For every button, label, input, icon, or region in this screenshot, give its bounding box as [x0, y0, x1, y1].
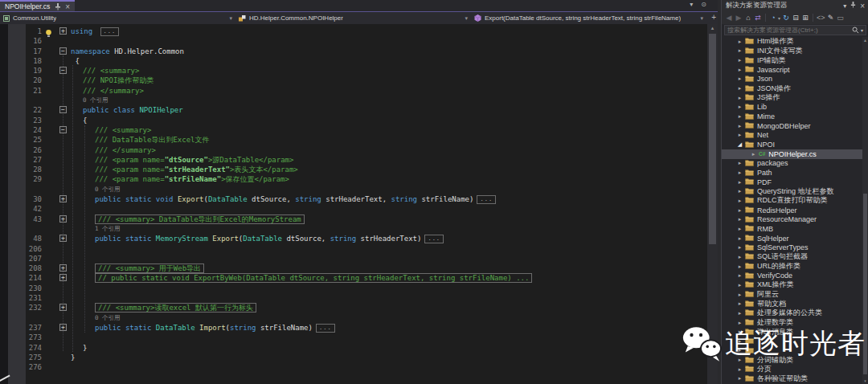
tree-item-Javascript[interactable]: ▸Javascript — [722, 65, 863, 75]
tab-list-dropdown-icon[interactable]: ▾ — [690, 1, 693, 8]
expand-arrow-icon[interactable]: ▸ — [736, 104, 743, 110]
expand-arrow-icon[interactable]: ▸ — [736, 272, 743, 279]
expand-arrow-icon[interactable]: ▸ — [736, 216, 743, 223]
sync-with-active-document-icon[interactable]: ⇄ — [754, 12, 762, 23]
tab-npoihelper[interactable]: NPOIHelper.cs × — [0, 0, 75, 11]
collapsed-body-box[interactable]: ... — [477, 195, 496, 204]
tree-item-处理多媒体的公共类[interactable]: ▸处理多媒体的公共类 — [722, 308, 863, 318]
close-panel-icon[interactable]: × — [860, 2, 865, 10]
tree-item-obscured-32[interactable]: ▸ — [722, 337, 863, 346]
collapse-arrow-icon[interactable]: ◢ — [736, 141, 743, 148]
pin-panel-icon[interactable] — [850, 2, 856, 10]
expand-arrow-icon[interactable]: ▸ — [736, 244, 743, 251]
tree-item-VerifyCode[interactable]: ▸VerifyCode — [722, 271, 863, 280]
tree-item-分词辅助类[interactable]: ▸分词辅助类 — [722, 355, 863, 365]
collapsed-region-box[interactable]: // public static void ExportByWeb(DataTa… — [95, 273, 532, 283]
expand-arrow-icon[interactable]: ▸ — [750, 151, 757, 157]
tree-item-packages[interactable]: ▸packages — [722, 159, 863, 169]
codelens-references[interactable]: 0 个引用 — [95, 185, 121, 194]
editor-vertical-scrollbar[interactable]: ▲ — [707, 24, 718, 384]
tree-item-各种验证帮助类[interactable]: ▸各种验证帮助类 — [722, 374, 863, 384]
home-icon[interactable]: ⌂ — [744, 12, 752, 23]
tree-vertical-scrollbar[interactable]: ▲ ▾ — [862, 37, 868, 384]
tree-item-PDF[interactable]: ▸PDF — [722, 178, 863, 187]
expand-fold-icon[interactable]: + — [59, 215, 67, 223]
expand-arrow-icon[interactable]: ▸ — [736, 254, 743, 260]
tree-item-SqlServerTypes[interactable]: ▸SqlServerTypes — [722, 243, 863, 252]
preview-selected-items-icon[interactable]: ▭ — [837, 12, 845, 23]
expand-arrow-icon[interactable]: ▸ — [736, 329, 743, 335]
collapsed-body-box[interactable]: ... — [100, 27, 120, 36]
collapse-fold-icon[interactable]: − — [59, 67, 67, 74]
expand-fold-icon[interactable]: + — [59, 27, 67, 35]
expand-fold-icon[interactable]: + — [59, 304, 67, 311]
code-editor[interactable]: 1+using ...1617−namespace HD.Helper.Comm… — [0, 24, 718, 384]
collapsed-body-box[interactable]: ... — [316, 324, 335, 333]
tree-item-Json[interactable]: ▸Json — [722, 75, 863, 84]
project-dropdown[interactable]: Common.Utility ▾ — [0, 12, 235, 24]
search-icon[interactable] — [852, 27, 859, 34]
expand-fold-icon[interactable]: + — [59, 324, 67, 331]
expand-arrow-icon[interactable]: ▸ — [736, 39, 743, 45]
expand-arrow-icon[interactable]: ▸ — [736, 170, 743, 176]
collapsed-region-box[interactable]: /// <summary> 用于Web导出 — [95, 263, 204, 273]
tree-item-SQL语句拦截器[interactable]: ▸SQL语句拦截器 — [722, 252, 863, 262]
expand-arrow-icon[interactable]: ▸ — [736, 67, 743, 73]
expand-arrow-icon[interactable]: ▸ — [736, 207, 743, 214]
expand-arrow-icon[interactable]: ▸ — [736, 76, 743, 82]
forward-icon[interactable]: ▶ — [735, 12, 743, 23]
type-dropdown[interactable]: HD.Helper.Common.NPOIHelper ▾ — [235, 12, 471, 24]
tree-item-RMB[interactable]: ▸RMB — [722, 224, 863, 234]
tree-item-NPOI[interactable]: ◢NPOI — [722, 140, 863, 149]
scrollbar-thumb[interactable] — [863, 194, 867, 374]
expand-arrow-icon[interactable]: ▸ — [736, 320, 743, 326]
expand-arrow-icon[interactable]: ▸ — [736, 300, 743, 307]
refresh-icon[interactable]: ↻ — [782, 12, 790, 23]
expand-arrow-icon[interactable]: ▸ — [736, 282, 743, 288]
tree-item-XML操作类[interactable]: ▸XML操作类 — [722, 280, 863, 290]
expand-fold-icon[interactable]: + — [59, 274, 67, 281]
tree-item-INI文件读写类[interactable]: ▸INI文件读写类 — [722, 47, 863, 56]
expand-arrow-icon[interactable]: ▸ — [736, 123, 743, 129]
collapse-fold-icon[interactable]: − — [59, 106, 67, 113]
tree-item-RDLC直接打印帮助类[interactable]: ▸RDLC直接打印帮助类 — [722, 196, 863, 206]
view-code-icon[interactable]: <> — [817, 12, 825, 23]
tree-item-IP辅助类[interactable]: ▸IP辅助类 — [722, 55, 863, 65]
tree-item-Path[interactable]: ▸Path — [722, 168, 863, 178]
tree-item-SqlHelper[interactable]: ▸SqlHelper — [722, 234, 863, 243]
tree-item-Lib[interactable]: ▸Lib — [722, 103, 863, 112]
tree-item-分页[interactable]: ▸分页 — [722, 365, 863, 374]
expand-fold-icon[interactable]: + — [59, 264, 67, 272]
expand-fold-icon[interactable]: + — [59, 235, 67, 242]
collapsed-region-box[interactable]: /// <summary> DataTable导出到Excel的MemorySt… — [95, 214, 305, 224]
collapsed-body-box[interactable]: ... — [424, 235, 444, 243]
scroll-up-arrow-icon[interactable]: ▲ — [707, 26, 718, 31]
codelens-references[interactable]: 0 个引用 — [83, 96, 108, 105]
tree-item-QueryString 地址栏参数[interactable]: ▸QueryString 地址栏参数 — [722, 187, 863, 197]
tree-item-帮助文档[interactable]: ▸帮助文档 — [722, 299, 863, 308]
tree-item-JS操作[interactable]: ▸JS操作 — [722, 93, 863, 103]
tree-item-Net[interactable]: ▸Net — [722, 131, 863, 141]
expand-arrow-icon[interactable]: ▸ — [736, 310, 743, 317]
tree-item-阿里云[interactable]: ▸阿里云 — [722, 290, 863, 300]
show-all-files-icon[interactable]: ⊞ — [801, 12, 809, 23]
expand-arrow-icon[interactable]: ▸ — [736, 95, 743, 101]
tree-item-MongoDBHelper[interactable]: ▸MongoDBHelper — [722, 121, 863, 131]
expand-arrow-icon[interactable]: ▸ — [736, 366, 743, 373]
scrollbar-thumb[interactable] — [709, 34, 716, 244]
expand-arrow-icon[interactable]: ▸ — [736, 85, 743, 92]
expand-arrow-icon[interactable]: ▸ — [736, 132, 743, 138]
pin-tab-icon[interactable] — [54, 3, 61, 10]
collapse-fold-icon[interactable]: − — [59, 47, 67, 55]
expand-arrow-icon[interactable]: ▸ — [736, 347, 743, 353]
expand-arrow-icon[interactable]: ▸ — [736, 47, 743, 54]
collapse-all-icon[interactable]: ⊟ — [792, 12, 800, 23]
tree-item-obscured-33[interactable]: ▸ — [722, 346, 863, 356]
tree-item-NPOIHelper.cs[interactable]: ▸C#NPOIHelper.cs — [722, 149, 863, 159]
search-options-caret-icon[interactable]: ▾ — [861, 27, 863, 33]
search-box[interactable]: ▾ — [724, 25, 866, 35]
collapse-fold-icon[interactable]: − — [59, 126, 67, 133]
tree-item-ResourceManager[interactable]: ▸ResourceManager — [722, 214, 863, 224]
expand-arrow-icon[interactable]: ▸ — [736, 188, 743, 194]
expand-arrow-icon[interactable]: ▸ — [736, 292, 743, 298]
